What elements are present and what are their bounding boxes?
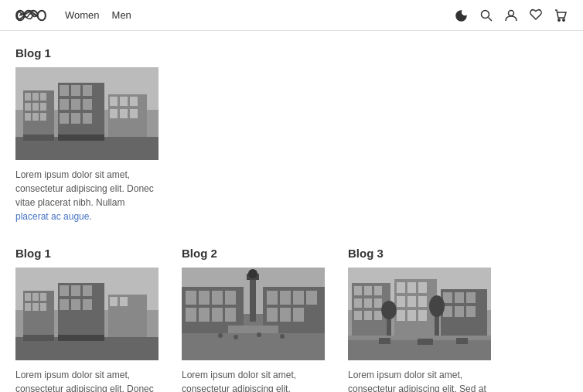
svg-rect-75 [267,291,278,305]
svg-point-2 [509,10,514,15]
svg-rect-106 [418,296,427,307]
svg-rect-52 [83,299,92,310]
nav-men[interactable]: Men [112,9,131,21]
svg-rect-26 [83,113,92,124]
svg-rect-81 [293,308,304,322]
svg-point-120 [429,295,445,317]
svg-rect-18 [60,85,69,96]
svg-rect-99 [374,311,382,320]
svg-rect-20 [83,85,92,96]
blog-grid: Blog 1 [15,247,568,392]
svg-point-84 [218,333,223,338]
svg-rect-25 [71,113,80,124]
svg-rect-113 [466,292,476,303]
site-header: Women Men [0,0,583,31]
svg-rect-66 [186,291,196,305]
svg-rect-68 [212,291,223,305]
svg-rect-16 [40,113,46,121]
svg-rect-111 [443,292,452,303]
svg-rect-35 [23,135,54,141]
blog-card-1-title: Blog 1 [15,247,159,260]
svg-rect-30 [130,97,138,106]
svg-rect-62 [250,275,256,322]
header-icons [455,9,568,22]
svg-rect-83 [228,326,278,333]
main-nav: Women Men [65,9,455,21]
blog-card-3: Blog 3 [348,247,491,392]
svg-rect-77 [293,291,304,305]
svg-rect-80 [280,308,291,322]
svg-rect-12 [32,103,39,111]
svg-rect-94 [354,298,362,308]
featured-blog: Blog 1 [15,46,568,223]
svg-rect-105 [407,296,416,307]
svg-rect-79 [267,308,278,322]
blog-card-1-image [15,268,159,360]
svg-rect-50 [60,299,69,310]
svg-rect-124 [418,339,433,345]
svg-rect-33 [130,109,138,118]
svg-rect-10 [40,93,46,101]
svg-rect-107 [397,310,405,321]
svg-rect-32 [120,109,128,118]
svg-rect-76 [280,291,291,305]
svg-rect-36 [58,135,104,141]
dark-mode-icon[interactable] [455,9,469,22]
search-icon[interactable] [479,9,493,22]
svg-rect-112 [455,292,464,303]
svg-rect-91 [354,286,362,295]
svg-point-3 [558,19,560,20]
svg-rect-15 [32,113,39,121]
svg-rect-78 [306,291,317,305]
svg-rect-73 [225,308,236,322]
svg-rect-103 [418,282,427,293]
svg-rect-8 [25,93,31,101]
site-logo[interactable] [15,7,46,24]
svg-rect-102 [407,282,416,293]
svg-rect-92 [364,286,372,295]
blog-card-2-title: Blog 2 [182,247,325,260]
featured-blog-link[interactable]: placerat ac augue. [15,211,92,222]
svg-rect-101 [397,282,405,293]
featured-blog-text: Lorem ipsum dolor sit amet, consectetur … [15,168,159,223]
svg-rect-51 [71,299,80,310]
svg-rect-93 [374,286,382,295]
svg-point-86 [257,332,261,337]
svg-rect-57 [23,335,54,341]
main-content: Blog 1 [0,31,583,392]
svg-rect-23 [83,99,92,110]
svg-rect-125 [456,338,468,344]
svg-rect-22 [71,99,80,110]
svg-rect-69 [225,291,236,305]
svg-line-1 [489,17,493,21]
svg-rect-123 [379,338,390,344]
blog-card-3-text: Lorem ipsum dolor sit amet, consectetur … [348,368,491,392]
svg-rect-97 [354,311,362,320]
svg-rect-54 [110,297,118,306]
svg-rect-28 [110,97,118,106]
svg-rect-24 [60,113,69,124]
blog-card-3-title: Blog 3 [348,247,491,260]
svg-rect-29 [120,97,128,106]
svg-rect-55 [120,297,128,306]
user-icon[interactable] [504,9,518,22]
svg-rect-19 [71,85,80,96]
svg-point-0 [482,10,489,18]
svg-rect-98 [364,311,372,320]
svg-rect-40 [25,293,31,301]
svg-rect-21 [60,99,69,110]
svg-rect-116 [466,306,476,317]
featured-blog-image [15,67,159,160]
featured-blog-title: Blog 1 [15,46,568,60]
svg-point-4 [563,19,564,20]
nav-women[interactable]: Women [65,9,100,21]
svg-rect-11 [25,103,31,111]
svg-point-64 [248,269,257,278]
blog-card-1: Blog 1 [15,247,159,392]
blog-card-1-text: Lorem ipsum dolor sit amet, consectetur … [15,368,159,392]
cart-icon[interactable] [554,9,568,22]
wishlist-icon[interactable] [529,9,543,22]
svg-rect-115 [455,306,464,317]
svg-rect-47 [60,285,69,296]
svg-rect-49 [83,285,92,296]
